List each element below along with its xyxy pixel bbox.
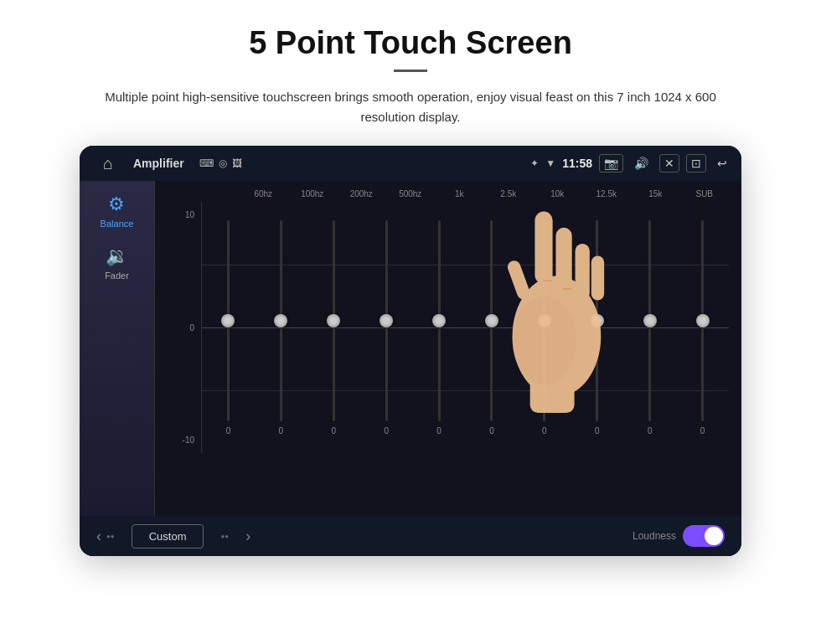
next-button[interactable]: › xyxy=(245,528,250,545)
freq-15k: 15k xyxy=(638,189,672,198)
title-divider xyxy=(394,70,427,72)
toggle-knob xyxy=(705,527,723,545)
slider-track-100hz xyxy=(280,220,282,421)
sidebar: ⚙ Balance 🔉 Fader xyxy=(80,181,155,516)
slider-handle-100hz[interactable] xyxy=(274,314,287,327)
slider-val-100hz: 0 xyxy=(279,426,284,435)
fullscreen-icon[interactable]: ⊡ xyxy=(686,154,706,173)
sliders-icon: ⚙ xyxy=(108,193,125,215)
slider-60hz[interactable]: 0 xyxy=(202,202,255,453)
slider-handle-12-5k[interactable] xyxy=(591,314,604,327)
slider-handle-15k[interactable] xyxy=(643,314,657,327)
slider-200hz[interactable]: 0 xyxy=(307,202,360,453)
slider-handle-500hz[interactable] xyxy=(380,314,393,327)
slider-track-60hz xyxy=(227,220,230,421)
slider-10k[interactable]: 0 xyxy=(518,202,571,453)
eq-scale: 10 0 -10 xyxy=(168,202,201,453)
slider-track-2-5k xyxy=(490,220,493,421)
slider-1k[interactable]: 0 xyxy=(413,202,466,453)
slider-2-5k[interactable]: 0 xyxy=(466,202,519,453)
page-subtitle: Multiple point high-sensitive touchscree… xyxy=(84,87,737,127)
eq-area: 60hz 100hz 200hz 500hz 1k 2.5k 10k 12.5k… xyxy=(155,181,741,516)
prev-button[interactable]: ‹ xyxy=(96,528,101,545)
freq-2-5k: 2.5k xyxy=(492,189,525,198)
bluetooth-icon: ✦ xyxy=(530,157,539,169)
slider-val-2-5k: 0 xyxy=(489,426,494,435)
slider-val-1k: 0 xyxy=(436,426,441,435)
slider-track-10k xyxy=(543,220,545,421)
bottom-bar-left: ‹ ●● xyxy=(96,528,115,545)
status-right: ✦ ▼ 11:58 xyxy=(530,157,592,170)
slider-handle-200hz[interactable] xyxy=(327,314,340,327)
slider-track-200hz xyxy=(333,220,335,421)
back-icon[interactable]: ↩ xyxy=(713,155,731,172)
slider-track-sub xyxy=(701,220,704,421)
freq-labels: 60hz 100hz 200hz 500hz 1k 2.5k 10k 12.5k… xyxy=(239,189,729,198)
scale-mid: 0 xyxy=(189,323,194,332)
fader-label: Fader xyxy=(105,270,129,281)
page-title: 5 Point Touch Screen xyxy=(249,25,572,61)
bottom-right: Loudness xyxy=(633,525,725,547)
balance-label: Balance xyxy=(101,219,134,229)
slider-val-500hz: 0 xyxy=(384,426,389,435)
slider-handle-1k[interactable] xyxy=(432,314,446,327)
slider-track-12-5k xyxy=(596,220,598,421)
bottom-bar: ‹ ●● Custom ●● › Loudness xyxy=(80,516,741,556)
slider-val-10k: 0 xyxy=(542,426,547,435)
gps-icon: ◎ xyxy=(219,157,227,169)
home-button[interactable]: ⌂ xyxy=(90,154,127,173)
slider-val-200hz: 0 xyxy=(331,426,336,435)
freq-sub: SUB xyxy=(688,189,721,198)
image-icon: 🖼 xyxy=(232,157,242,169)
freq-60hz: 60hz xyxy=(246,189,280,198)
scale-top: 10 xyxy=(185,210,194,219)
slider-12-5k[interactable]: 0 xyxy=(571,202,623,453)
eq-sliders: 0 0 0 xyxy=(201,202,729,453)
action-icons: 📷 🔊 ✕ ⊡ ↩ xyxy=(599,154,731,173)
loudness-toggle[interactable] xyxy=(683,525,725,547)
speaker-icon: 🔉 xyxy=(106,245,128,267)
slider-val-sub: 0 xyxy=(700,426,705,435)
device-frame: ⌂ Amplifier ⌨ ◎ 🖼 ✦ ▼ 11:58 📷 🔊 ✕ ⊡ ↩ xyxy=(80,146,741,556)
slider-handle-60hz[interactable] xyxy=(221,314,235,327)
freq-200hz: 200hz xyxy=(344,189,378,198)
freq-1k: 1k xyxy=(442,189,476,198)
sidebar-item-balance[interactable]: ⚙ Balance xyxy=(101,193,134,229)
home-icon: ⌂ xyxy=(103,154,113,173)
volume-icon[interactable]: 🔊 xyxy=(630,155,653,172)
prev-dots: ●● xyxy=(106,533,115,540)
slider-handle-sub[interactable] xyxy=(696,314,710,327)
scale-bot: -10 xyxy=(183,435,194,445)
sidebar-item-fader[interactable]: 🔉 Fader xyxy=(105,245,129,281)
freq-500hz: 500hz xyxy=(394,189,427,198)
next-dots: ●● xyxy=(220,533,229,540)
slider-handle-10k[interactable] xyxy=(538,314,551,327)
camera-icon[interactable]: 📷 xyxy=(599,154,623,173)
slider-val-12-5k: 0 xyxy=(595,426,600,435)
close-icon[interactable]: ✕ xyxy=(659,154,679,173)
status-bar: ⌂ Amplifier ⌨ ◎ 🖼 ✦ ▼ 11:58 📷 🔊 ✕ ⊡ ↩ xyxy=(80,146,741,181)
slider-100hz[interactable]: 0 xyxy=(255,202,307,453)
loudness-label: Loudness xyxy=(633,530,676,542)
status-icons: ⌨ ◎ 🖼 xyxy=(199,157,524,169)
slider-val-60hz: 0 xyxy=(226,426,231,435)
slider-sub[interactable]: 0 xyxy=(676,202,729,453)
freq-12-5k: 12.5k xyxy=(590,189,623,198)
usb-icon: ⌨ xyxy=(199,157,214,169)
slider-track-500hz xyxy=(385,220,388,421)
slider-val-15k: 0 xyxy=(648,426,653,435)
time-display: 11:58 xyxy=(562,157,592,170)
slider-15k[interactable]: 0 xyxy=(623,202,676,453)
eq-body: 10 0 -10 0 xyxy=(168,202,729,453)
page-content: 5 Point Touch Screen Multiple point high… xyxy=(0,0,821,573)
main-area: ⚙ Balance 🔉 Fader 60hz 100hz 200hz xyxy=(80,181,741,516)
slider-handle-2-5k[interactable] xyxy=(485,314,498,327)
freq-labels-top: 60hz 100hz 200hz 500hz 1k 2.5k 10k 12.5k… xyxy=(168,189,729,198)
custom-button[interactable]: Custom xyxy=(132,524,204,549)
app-name-label: Amplifier xyxy=(133,157,184,170)
bottom-center: Custom xyxy=(132,524,204,549)
freq-10k: 10k xyxy=(540,189,574,198)
freq-100hz: 100hz xyxy=(296,189,329,198)
slider-500hz[interactable]: 0 xyxy=(360,202,413,453)
slider-track-1k xyxy=(438,220,441,421)
